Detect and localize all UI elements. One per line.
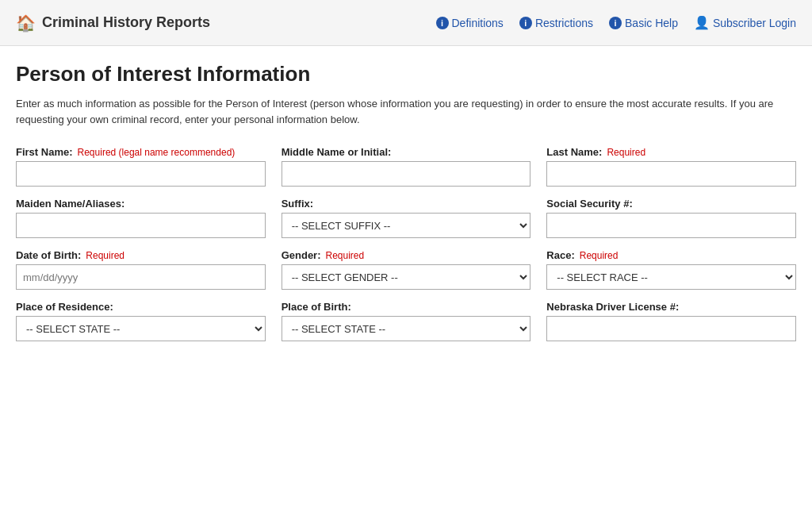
- brand: 🏠 Criminal History Reports: [16, 13, 210, 33]
- middle-name-group: Middle Name or Initial:: [282, 146, 531, 187]
- first-name-input[interactable]: [16, 161, 266, 187]
- place-of-residence-group: Place of Residence: -- SELECT STATE -- A…: [16, 301, 266, 341]
- suffix-group: Suffix: -- SELECT SUFFIX -- Jr. Sr. II I…: [282, 198, 531, 238]
- nav-subscriber-login-link[interactable]: 👤 Subscriber Login: [694, 15, 796, 30]
- header: 🏠 Criminal History Reports i Definitions…: [0, 0, 812, 46]
- place-of-birth-group: Place of Birth: -- SELECT STATE -- Alaba…: [282, 301, 531, 341]
- first-name-required: Required (legal name recommended): [78, 147, 236, 158]
- place-of-birth-select[interactable]: -- SELECT STATE -- Alabama Alaska Nebras…: [282, 316, 531, 341]
- page-description: Enter as much information as possible fo…: [16, 96, 793, 127]
- basic-help-icon: i: [609, 17, 622, 29]
- nav-restrictions-link[interactable]: i Restrictions: [519, 17, 593, 29]
- middle-name-label: Middle Name or Initial:: [282, 146, 531, 158]
- nav-restrictions-label: Restrictions: [535, 17, 593, 29]
- form: First Name: Required (legal name recomme…: [16, 146, 796, 352]
- nav-basic-help-link[interactable]: i Basic Help: [609, 17, 678, 29]
- last-name-required: Required: [607, 147, 645, 158]
- first-name-label: First Name: Required (legal name recomme…: [16, 146, 266, 158]
- main-content: Person of Interest Information Enter as …: [0, 46, 812, 368]
- race-group: Race: Required -- SELECT RACE -- White B…: [546, 249, 796, 290]
- ssn-input[interactable]: [546, 213, 796, 238]
- middle-name-input[interactable]: [282, 161, 531, 187]
- header-nav: i Definitions i Restrictions i Basic Hel…: [436, 15, 797, 30]
- place-of-residence-select[interactable]: -- SELECT STATE -- Alabama Alaska Nebras…: [16, 316, 266, 341]
- suffix-label: Suffix:: [282, 198, 531, 210]
- race-select[interactable]: -- SELECT RACE -- White Black Asian Hisp…: [546, 264, 796, 290]
- nav-subscriber-label: Subscriber Login: [713, 17, 796, 29]
- last-name-input[interactable]: [546, 161, 796, 187]
- maiden-name-input[interactable]: [16, 213, 266, 238]
- nav-definitions-link[interactable]: i Definitions: [436, 17, 504, 29]
- race-label: Race: Required: [546, 249, 796, 261]
- gender-group: Gender: Required -- SELECT GENDER -- Mal…: [282, 249, 531, 290]
- gender-required: Required: [326, 250, 365, 261]
- driver-license-label: Nebraska Driver License #:: [546, 301, 796, 313]
- subscriber-icon: 👤: [694, 15, 710, 30]
- place-of-birth-label: Place of Birth:: [282, 301, 531, 313]
- dob-required: Required: [86, 250, 124, 261]
- last-name-group: Last Name: Required: [546, 146, 796, 187]
- maiden-name-label: Maiden Name/Aliases:: [16, 198, 266, 210]
- first-name-group: First Name: Required (legal name recomme…: [16, 146, 266, 187]
- brand-label: Criminal History Reports: [42, 14, 210, 31]
- gender-select[interactable]: -- SELECT GENDER -- Male Female: [282, 264, 531, 290]
- ssn-label: Social Security #:: [546, 198, 796, 210]
- gender-label: Gender: Required: [282, 249, 531, 261]
- dob-input[interactable]: [16, 264, 266, 290]
- definitions-icon: i: [436, 17, 449, 29]
- suffix-select[interactable]: -- SELECT SUFFIX -- Jr. Sr. II III IV: [282, 213, 531, 238]
- maiden-name-group: Maiden Name/Aliases:: [16, 198, 266, 238]
- page-title: Person of Interest Information: [16, 62, 796, 87]
- dob-group: Date of Birth: Required: [16, 249, 266, 290]
- nav-basic-help-label: Basic Help: [625, 17, 678, 29]
- ssn-group: Social Security #:: [546, 198, 796, 238]
- nav-definitions-label: Definitions: [452, 17, 504, 29]
- last-name-label: Last Name: Required: [546, 146, 796, 158]
- home-icon: 🏠: [16, 13, 36, 33]
- restrictions-icon: i: [519, 17, 532, 29]
- race-required: Required: [580, 250, 619, 261]
- dob-label: Date of Birth: Required: [16, 249, 266, 261]
- place-of-residence-label: Place of Residence:: [16, 301, 266, 313]
- driver-license-group: Nebraska Driver License #:: [546, 301, 796, 341]
- driver-license-input[interactable]: [546, 316, 796, 341]
